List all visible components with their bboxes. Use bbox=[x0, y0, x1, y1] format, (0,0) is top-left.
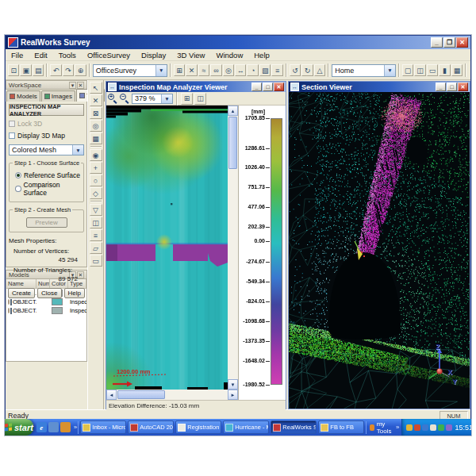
tab-images[interactable]: Images bbox=[41, 90, 75, 102]
close-button[interactable]: ✕ bbox=[456, 37, 468, 48]
show-desktop-icon[interactable] bbox=[48, 422, 59, 432]
map-analyzer-titlebar[interactable]: ↔ Inspection Map Analyzer Viewer _ □ ✕ bbox=[106, 82, 286, 92]
menu-edit[interactable]: Edit bbox=[29, 50, 52, 60]
tile-horizontal-icon[interactable]: ▭ bbox=[427, 64, 438, 76]
mesh-icon[interactable]: ▧ bbox=[259, 64, 271, 76]
comparison-surface-radio[interactable] bbox=[15, 186, 21, 192]
taskbar-task[interactable]: Registration Rep... bbox=[175, 420, 221, 434]
list-tool-icon[interactable]: ≡ bbox=[90, 229, 102, 241]
restore-button[interactable]: ❐ bbox=[443, 37, 455, 48]
slice-icon[interactable]: ▽ bbox=[90, 204, 102, 216]
close-window-icon[interactable]: ▦ bbox=[451, 64, 463, 76]
tunnel-pointcloud-canvas[interactable] bbox=[289, 92, 470, 409]
mesh-type-combobox[interactable]: Colored Mesh ▼ bbox=[9, 144, 84, 155]
measure-tool-icon[interactable]: ▭ bbox=[90, 255, 102, 267]
tab-models[interactable]: Models bbox=[6, 90, 40, 102]
menu-file[interactable]: File bbox=[6, 50, 29, 60]
settings-icon[interactable]: ⊕ bbox=[75, 64, 86, 76]
map-maximize-button[interactable]: □ bbox=[263, 83, 273, 91]
taskbar-task[interactable]: RealWorks Survey bbox=[271, 420, 317, 434]
lock-3d-checkbox[interactable] bbox=[9, 121, 15, 127]
save-icon[interactable]: ▣ bbox=[20, 64, 31, 76]
vertical-scroll-thumb[interactable] bbox=[228, 117, 237, 169]
table-row[interactable]: OBJECT...Inspectio bbox=[6, 298, 86, 306]
minimize-button[interactable]: _ bbox=[431, 37, 443, 48]
chevron-down-icon[interactable]: ▼ bbox=[72, 145, 83, 155]
internet-explorer-icon[interactable]: e bbox=[36, 422, 47, 432]
display-3d-map-checkbox-row[interactable]: Display 3D Map bbox=[9, 132, 84, 140]
new-window-icon[interactable]: ▢ bbox=[402, 64, 413, 76]
menu-3d-view[interactable]: 3D View bbox=[171, 50, 210, 60]
visibility-bulb-icon[interactable] bbox=[8, 299, 10, 305]
circle-tool-icon[interactable]: ○ bbox=[90, 175, 102, 186]
tray-icon[interactable] bbox=[446, 424, 452, 431]
reference-surface-radio-row[interactable]: Reference Surface bbox=[15, 171, 81, 179]
panel-close-button[interactable]: ✕ bbox=[77, 82, 84, 89]
comparison-surface-radio-row[interactable]: Comparison Surface bbox=[15, 181, 81, 197]
section-minimize-button[interactable]: _ bbox=[436, 83, 446, 91]
help-button[interactable]: Help bbox=[64, 288, 85, 298]
level-icon[interactable]: △ bbox=[314, 64, 325, 76]
chevron-down-icon[interactable]: ▼ bbox=[161, 94, 172, 103]
table-row[interactable]: OBJECT...Inspectio bbox=[6, 306, 86, 315]
chevron-down-icon[interactable]: ▼ bbox=[384, 65, 395, 76]
list-icon[interactable]: ≡ bbox=[271, 64, 282, 76]
delete-tool-icon[interactable]: ✕ bbox=[90, 94, 102, 106]
panel-pin-button[interactable]: ▾ bbox=[69, 82, 76, 89]
scroll-right-icon[interactable]: ► bbox=[228, 390, 238, 400]
taskbar-task[interactable]: Inbox - Microsof... bbox=[80, 420, 126, 434]
link-icon[interactable]: ∞ bbox=[210, 64, 221, 76]
redo-icon[interactable]: ↷ bbox=[63, 64, 74, 76]
lock-3d-checkbox-row[interactable]: Lock 3D bbox=[9, 120, 84, 128]
grid-icon[interactable]: ◫ bbox=[194, 93, 206, 105]
scroll-left-icon[interactable]: ◄ bbox=[106, 390, 117, 400]
close-dialog-button[interactable]: Close bbox=[37, 288, 61, 298]
segment-icon[interactable]: ⊠ bbox=[90, 107, 102, 119]
reference-surface-radio[interactable] bbox=[15, 172, 21, 178]
fit-page-icon[interactable]: ⊞ bbox=[181, 93, 193, 105]
pick-icon[interactable]: ↖ bbox=[90, 82, 102, 94]
my-tools-toolbar[interactable]: my Tools » bbox=[367, 420, 401, 435]
taskbar-task[interactable]: FB to FB bbox=[318, 420, 364, 434]
rotate-left-icon[interactable]: ↺ bbox=[290, 64, 301, 76]
edit-icon[interactable]: ▱ bbox=[90, 242, 102, 254]
menu-window[interactable]: Window bbox=[210, 50, 248, 60]
cascade-windows-icon[interactable]: ◫ bbox=[414, 64, 425, 76]
display-3d-map-checkbox[interactable] bbox=[9, 132, 15, 139]
taskbar-task[interactable]: AutoCAD 2002 bbox=[128, 420, 174, 434]
pan-icon[interactable]: ↔ bbox=[235, 64, 246, 76]
quick-launch-overflow-icon[interactable]: » bbox=[74, 424, 77, 431]
rotate-right-icon[interactable]: ↻ bbox=[301, 64, 313, 76]
tray-icon[interactable] bbox=[438, 424, 444, 431]
tray-icon[interactable] bbox=[422, 424, 428, 431]
section-maximize-button[interactable]: □ bbox=[447, 83, 457, 91]
home-view-combobox[interactable]: Home▼ bbox=[332, 64, 396, 77]
menu-display[interactable]: Display bbox=[136, 50, 171, 60]
zoom-in-icon[interactable]: + bbox=[108, 94, 118, 104]
visibility-bulb-icon[interactable] bbox=[8, 308, 10, 313]
survey-mode-combobox[interactable]: OfficeSurvey▼ bbox=[93, 64, 167, 77]
media-player-icon[interactable] bbox=[60, 422, 71, 432]
mesh-view-icon[interactable]: ▦ bbox=[90, 132, 102, 144]
taskbar-task[interactable]: Hurricane - Micro... bbox=[223, 420, 269, 434]
open-icon[interactable]: ⊡ bbox=[8, 64, 19, 76]
print-icon[interactable]: ▤ bbox=[33, 64, 44, 76]
chevron-down-icon[interactable]: ▼ bbox=[155, 65, 167, 76]
horizontal-scroll-thumb[interactable] bbox=[117, 390, 165, 399]
fit-view-icon[interactable]: ⊞ bbox=[174, 64, 185, 76]
preview-button[interactable]: Preview bbox=[26, 217, 67, 228]
measure-icon[interactable]: ≈ bbox=[198, 64, 209, 76]
tile-vertical-icon[interactable]: ▮ bbox=[439, 64, 450, 76]
start-button[interactable]: start bbox=[5, 419, 33, 436]
horizontal-scrollbar[interactable]: ◄ ► bbox=[106, 390, 238, 400]
tray-icon[interactable] bbox=[430, 424, 436, 431]
tray-icon[interactable] bbox=[406, 424, 413, 431]
section-viewer-titlebar[interactable]: ↔ Section Viewer _ □ ✕ bbox=[289, 82, 470, 92]
my-tools-overflow-icon[interactable]: » bbox=[396, 424, 399, 431]
app-titlebar[interactable]: RealWorks Survey _ ❐ ✕ bbox=[6, 36, 470, 49]
menu-help[interactable]: Help bbox=[248, 50, 275, 60]
inspection-heatmap-canvas[interactable] bbox=[106, 106, 228, 390]
zoom-level-combobox[interactable]: 379 % ▼ bbox=[132, 94, 173, 104]
map-close-button[interactable]: ✕ bbox=[274, 83, 284, 91]
undo-icon[interactable]: ↶ bbox=[50, 64, 61, 76]
